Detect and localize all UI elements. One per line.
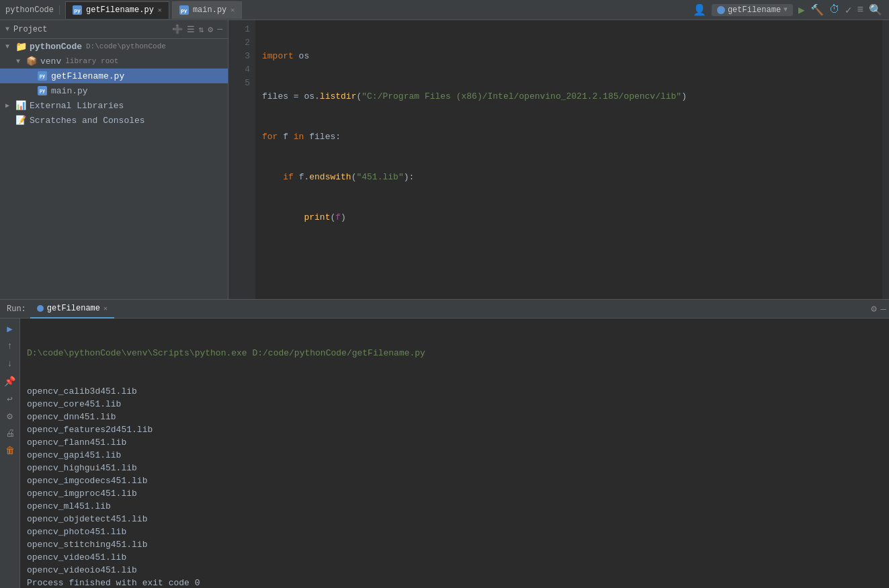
tab-main-close[interactable]: ✕	[230, 6, 235, 14]
top-bar-right: 👤 getFilename ▼ ▶ 🔨 ⏱ ✓ ≡ 🔍	[686, 3, 889, 17]
tab-main[interactable]: py main.py ✕	[172, 1, 242, 19]
console-output-line: opencv_photo451.lib	[27, 526, 882, 538]
run-config[interactable]: getFilename ▼	[712, 4, 793, 16]
run-button[interactable]: ▶	[798, 3, 805, 17]
user-icon[interactable]: 👤	[693, 3, 706, 17]
delete-btn[interactable]: 🗑	[3, 444, 17, 458]
bottom-tab-right: ⚙ —	[871, 303, 886, 314]
bottom-tab-label: getFilename	[47, 304, 100, 313]
console-output-line: opencv_flann451.lib	[27, 436, 882, 449]
line-numbers: 1 2 3 4 5	[228, 20, 255, 299]
console-output-line: opencv_stitching451.lib	[27, 538, 882, 551]
tree-item-main[interactable]: py main.py	[0, 83, 228, 98]
panel-settings-icon[interactable]: ⚙	[871, 303, 876, 314]
console-output-line: opencv_calib3d451.lib	[27, 385, 882, 398]
run-again-btn[interactable]: ▶	[3, 321, 17, 336]
py-icon-main: py	[179, 5, 189, 15]
tree-item-venv[interactable]: ▼ 📦 venv library root	[0, 54, 228, 69]
run-config-dot	[717, 6, 725, 14]
py-icon: py	[73, 5, 82, 15]
editor-scrollbar[interactable]	[882, 20, 889, 299]
editor-area: 1 2 3 4 5 import os files = os.listdir("…	[228, 20, 889, 299]
console-output-line: opencv_gapi451.lib	[27, 449, 882, 462]
bottom-tab-getfilename[interactable]: getFilename ✕	[30, 300, 114, 319]
tree-label-pythoncode: pythonCode	[30, 42, 82, 52]
tree-item-pythoncode[interactable]: ▼ 📁 pythonCode D:\code\pythonCode	[0, 39, 228, 54]
console-output-line: opencv_imgproc451.lib	[27, 487, 882, 500]
console-output-line: opencv_highgui451.lib	[27, 462, 882, 474]
code-content[interactable]: import os files = os.listdir("C:/Program…	[255, 20, 882, 299]
bottom-panel: Run: getFilename ✕ ⚙ — ▶ ↑ ↓ 📌 ↩ ⚙ 🖨 🗑 D…	[0, 299, 889, 588]
code-line-1: import os	[262, 50, 876, 63]
tree-extra-venv: library root	[65, 57, 118, 65]
console-output-line: opencv_dnn451.lib	[27, 411, 882, 423]
code-area: 1 2 3 4 5 import os files = os.listdir("…	[228, 20, 889, 299]
tree-label-getfilename: getFilename.py	[51, 71, 124, 81]
line-num-4: 4	[228, 63, 250, 77]
code-line-3: for f in files:	[262, 130, 876, 144]
tree-label-main: main.py	[51, 86, 88, 96]
line-num-1: 1	[228, 23, 250, 36]
console-output-line: opencv_video451.lib	[27, 551, 882, 564]
build-button[interactable]: 🔨	[810, 3, 824, 17]
arrow-extlib: ▶	[5, 101, 15, 110]
arrow-venv: ▼	[16, 58, 26, 65]
run-label: Run:	[3, 304, 30, 314]
scroll-up-btn[interactable]: ↑	[3, 339, 17, 353]
tree-item-extlib[interactable]: ▶ 📊 External Libraries	[0, 98, 228, 113]
settings-icon[interactable]: ⚙	[208, 24, 213, 35]
code-line-4: if f.endswith("451.lib"):	[262, 171, 876, 184]
console-output-line: opencv_objdetect451.lib	[27, 513, 882, 526]
sidebar-header: ▼ Project ➕ ☰ ⇅ ⚙ —	[0, 20, 228, 39]
top-bar-left: pythonCode py getFilename.py ✕ py main.p…	[0, 1, 686, 19]
console-output-line: opencv_features2d451.lib	[27, 423, 882, 436]
more-button[interactable]: ≡	[857, 4, 863, 16]
panel-minimize-icon[interactable]: —	[881, 304, 886, 314]
tab-getfilename[interactable]: py getFilename.py ✕	[65, 1, 169, 19]
run-config-label: getFilename	[728, 5, 781, 15]
tree-label-venv: venv	[40, 56, 61, 67]
arrow-pythoncode: ▼	[5, 43, 15, 50]
sidebar: ▼ Project ➕ ☰ ⇅ ⚙ — ▼ 📁 pythonCode D:\co…	[0, 20, 228, 299]
project-tree: ▼ 📁 pythonCode D:\code\pythonCode ▼ 📦 ve…	[0, 39, 228, 128]
wrap-btn[interactable]: ↩	[3, 391, 17, 406]
sidebar-header-label: Project	[13, 25, 47, 34]
filter-btn[interactable]: ⚙	[3, 409, 17, 423]
project-chevron[interactable]: ▼	[5, 26, 9, 33]
line-num-2: 2	[228, 36, 250, 50]
venv-icon: 📦	[26, 55, 38, 67]
window-title: pythonCode	[5, 5, 60, 15]
bottom-tab-close[interactable]: ✕	[103, 304, 108, 312]
minimize-icon[interactable]: —	[217, 24, 222, 35]
tree-label-scratches: Scratches and Consoles	[30, 116, 145, 126]
console-output-line: opencv_videoio451.lib	[27, 564, 882, 577]
bottom-content: ▶ ↑ ↓ 📌 ↩ ⚙ 🖨 🗑 D:\code\pythonCode\venv\…	[0, 319, 889, 588]
console-output-line: opencv_core451.lib	[27, 398, 882, 411]
console-command: D:\code\pythonCode\venv\Scripts\python.e…	[27, 347, 882, 360]
run-config-chevron: ▼	[784, 6, 788, 13]
tab-getfilename-close[interactable]: ✕	[158, 6, 162, 14]
tree-item-getfilename[interactable]: py getFilename.py	[0, 69, 228, 83]
print-btn[interactable]: 🖨	[3, 426, 17, 441]
console-output-line: opencv_ml451.lib	[27, 500, 882, 513]
sidebar-header-icons: ➕ ☰ ⇅ ⚙ —	[172, 24, 222, 35]
code-line-5: print(f)	[262, 211, 876, 224]
top-bar: pythonCode py getFilename.py ✕ py main.p…	[0, 0, 889, 20]
profile-button[interactable]: ⏱	[829, 3, 840, 16]
collapse-icon[interactable]: ☰	[187, 24, 195, 35]
add-icon[interactable]: ➕	[172, 24, 183, 35]
line-num-3: 3	[228, 50, 250, 63]
search-button[interactable]: 🔍	[869, 3, 882, 17]
sort-icon[interactable]: ⇅	[199, 24, 204, 35]
tree-item-scratches[interactable]: 📝 Scratches and Consoles	[0, 113, 228, 128]
pin-btn[interactable]: 📌	[3, 374, 17, 388]
main-area: ▼ Project ➕ ☰ ⇅ ⚙ — ▼ 📁 pythonCode D:\co…	[0, 20, 889, 299]
folder-icon-pythoncode: 📁	[15, 40, 27, 52]
py-file-icon-main: py	[36, 85, 48, 97]
coverage-button[interactable]: ✓	[845, 3, 852, 17]
bottom-tabs-bar: Run: getFilename ✕ ⚙ —	[0, 300, 889, 319]
tab-main-label: main.py	[193, 5, 226, 15]
tree-label-extlib: External Libraries	[30, 101, 124, 111]
scroll-down-btn[interactable]: ↓	[3, 356, 17, 371]
sidebar-header-left: ▼ Project	[5, 25, 47, 34]
